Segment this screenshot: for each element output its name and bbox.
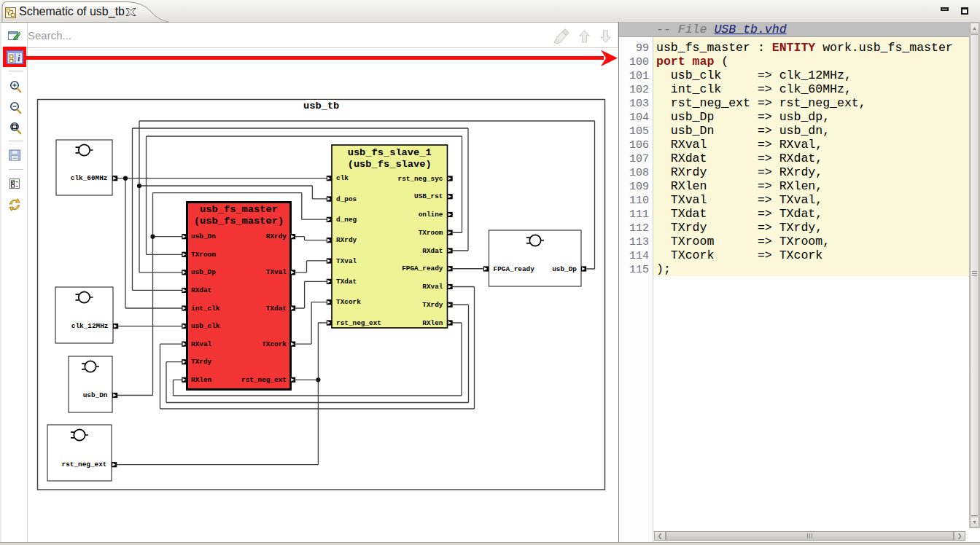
svg-text:RXlen: RXlen bbox=[422, 319, 443, 327]
svg-text:clk_12MHz: clk_12MHz bbox=[71, 322, 109, 330]
svg-text:usb_fs_slave_1: usb_fs_slave_1 bbox=[348, 147, 432, 158]
svg-text:rst_neg_ext: rst_neg_ext bbox=[241, 376, 287, 384]
svg-text:RXdat: RXdat bbox=[422, 247, 443, 255]
svg-text:usb_fs_master: usb_fs_master bbox=[200, 204, 278, 215]
svg-text:FPGA_ready: FPGA_ready bbox=[402, 264, 443, 272]
svg-text:TXroom: TXroom bbox=[419, 229, 443, 237]
svg-text:online: online bbox=[419, 211, 443, 219]
svg-text:clk_60MHz: clk_60MHz bbox=[71, 174, 108, 182]
svg-text:RXrdy: RXrdy bbox=[336, 236, 357, 244]
svg-text:usb_Dp: usb_Dp bbox=[191, 268, 216, 276]
svg-text:(usb_fs_master): (usb_fs_master) bbox=[194, 216, 284, 227]
svg-text:TXcork: TXcork bbox=[262, 340, 287, 348]
svg-text:TXcork: TXcork bbox=[336, 298, 361, 306]
svg-text:usb_Dn: usb_Dn bbox=[83, 391, 108, 399]
svg-text:rst_neg_ext: rst_neg_ext bbox=[62, 460, 107, 468]
svg-text:usb_clk: usb_clk bbox=[191, 322, 220, 330]
svg-text:FPGA_ready: FPGA_ready bbox=[494, 265, 535, 273]
svg-text:RXval: RXval bbox=[422, 283, 443, 291]
svg-text:d_neg: d_neg bbox=[336, 216, 357, 224]
svg-text:d_pos: d_pos bbox=[336, 195, 357, 203]
svg-text:TXdat: TXdat bbox=[266, 305, 287, 313]
svg-text:int_clk: int_clk bbox=[191, 305, 220, 313]
svg-text:(usb_fs_slave): (usb_fs_slave) bbox=[348, 159, 432, 170]
svg-text:TXrdy: TXrdy bbox=[191, 358, 212, 366]
svg-text:TXdat: TXdat bbox=[336, 278, 357, 286]
svg-text:TXval: TXval bbox=[266, 268, 287, 276]
svg-text:rst_neg_ext: rst_neg_ext bbox=[336, 319, 381, 327]
svg-text:RXlen: RXlen bbox=[191, 376, 212, 384]
svg-text:clk: clk bbox=[336, 174, 349, 182]
svg-text:TXroom: TXroom bbox=[191, 251, 216, 259]
svg-text:RXrdy: RXrdy bbox=[266, 232, 287, 240]
svg-text:usb_tb: usb_tb bbox=[303, 101, 339, 111]
svg-text:TXval: TXval bbox=[336, 257, 357, 265]
svg-text:RXval: RXval bbox=[191, 340, 212, 348]
svg-text:rst_neg_syc: rst_neg_syc bbox=[398, 175, 443, 183]
svg-text:RXdat: RXdat bbox=[191, 286, 211, 294]
svg-text:TXrdy: TXrdy bbox=[422, 301, 443, 309]
svg-text:USB_rst: USB_rst bbox=[414, 192, 443, 200]
svg-text:usb_Dn: usb_Dn bbox=[191, 232, 216, 240]
svg-text:usb_Dp: usb_Dp bbox=[552, 265, 577, 273]
